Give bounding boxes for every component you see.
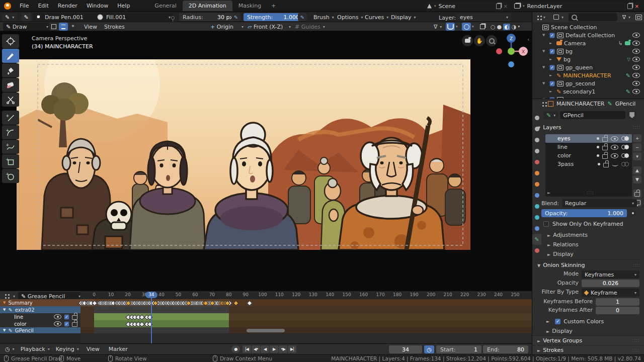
stroke-placement-dropdown[interactable]: + Origin▾ (207, 23, 247, 31)
expander-icon[interactable]: ► (549, 41, 554, 45)
new-collection-icon[interactable] (635, 15, 642, 20)
snap-dropdown[interactable]: ▾ (456, 25, 458, 29)
expander-icon[interactable]: ▼ (542, 49, 547, 53)
duplicate-layer-icon[interactable] (627, 4, 632, 9)
frame-start-field[interactable]: Start:1 (436, 345, 481, 353)
properties-tab-particles[interactable] (532, 201, 541, 212)
tool-circle-button[interactable]: + (2, 169, 19, 183)
expander-icon[interactable]: ▼ (3, 328, 6, 332)
layer-specials-button[interactable]: ▾ (633, 152, 641, 160)
jump-to-end-button[interactable]: ▶| (288, 345, 296, 353)
collection-checkbox[interactable]: ✓ (550, 49, 555, 54)
onion-skin-icon[interactable] (621, 162, 629, 166)
tool-box-button[interactable]: + (2, 154, 19, 168)
layer-visibility-icon[interactable] (611, 153, 618, 158)
overlays-toggle-button[interactable] (478, 23, 487, 31)
outliner-row[interactable]: ►Camera↳ (532, 39, 644, 47)
shading-rendered-icon[interactable]: ◑ (512, 24, 517, 30)
use-preview-range-button[interactable]: ◷ (424, 345, 434, 353)
playback-menu[interactable]: Playback▾ (18, 345, 53, 353)
visibility-eye-icon[interactable] (632, 33, 640, 38)
lock-icon[interactable] (602, 146, 608, 150)
lock-others-button[interactable] (633, 190, 641, 198)
keyframes-before-field[interactable]: 1 (596, 298, 639, 306)
tool-cutter-button[interactable] (2, 93, 19, 107)
list-expand-arrow[interactable]: ► (547, 191, 550, 195)
guides-dropdown[interactable]: # Guides▾ (292, 23, 328, 31)
outliner-search-input[interactable] (569, 13, 617, 21)
expander-icon[interactable]: ► (549, 73, 554, 77)
strokes-panel[interactable]: ►Strokes:::: (532, 345, 644, 354)
visibility-eye-icon[interactable] (632, 41, 640, 46)
shading-dropdown[interactable]: ▾ (518, 25, 520, 29)
remove-layer-button[interactable]: − (633, 143, 641, 151)
tab-add-button[interactable]: + (267, 1, 280, 11)
remove-layer-icon[interactable]: × (635, 4, 639, 9)
visibility-eye-icon[interactable] (632, 49, 640, 54)
brush-icon-button[interactable]: ✎ (21, 13, 31, 21)
horizontal-scrollbar[interactable] (247, 329, 285, 332)
move-layer-down-button[interactable]: ▼ (633, 175, 641, 184)
outliner-row[interactable]: ▼✓gp_second (532, 79, 644, 87)
next-keyframe-button[interactable]: •▶ (279, 345, 287, 353)
subpanel-adjustments[interactable]: ►Adjustments (547, 232, 588, 238)
tab-general[interactable]: General (148, 1, 182, 11)
shading-wireframe-icon[interactable]: ○ (491, 24, 496, 30)
tl-view-menu[interactable]: View (82, 346, 104, 352)
menu-help[interactable]: Help (113, 3, 134, 9)
prev-keyframe-button[interactable]: ◀• (252, 345, 260, 353)
tool-draw-button[interactable] (2, 49, 19, 63)
frame-end-field[interactable]: End:80 (483, 345, 528, 353)
onion-opacity-field[interactable]: 0.026 (582, 280, 639, 287)
outliner-row[interactable]: ►✎MAINCHARACTER✎ (532, 71, 644, 79)
visibility-eye-icon[interactable] (632, 57, 640, 62)
duplicate-scene-icon[interactable] (496, 4, 501, 9)
layer-opacity-slider[interactable]: Opacity: 1.000 (541, 209, 627, 217)
channel-lock-icon[interactable] (72, 322, 77, 327)
current-frame-indicator[interactable]: 34 (145, 292, 157, 298)
channel-visibility-icon[interactable] (54, 321, 61, 326)
tool-erase-button[interactable] (2, 78, 19, 92)
properties-tab-output[interactable] (532, 134, 541, 145)
layer-visibility-icon[interactable] (612, 162, 618, 166)
camera-view-button[interactable] (462, 35, 473, 46)
tab-2d-animation[interactable]: 2D Animation (183, 1, 232, 11)
channel-enable-checkbox[interactable]: ✓ (64, 321, 69, 326)
outliner-row[interactable]: ▼✓bg (532, 47, 644, 55)
viewport-canvas[interactable] (17, 59, 470, 250)
layer-row-3pass[interactable]: 3pass (545, 160, 632, 168)
visibility-eye-icon[interactable] (632, 81, 640, 86)
tab-masking[interactable]: Masking (232, 1, 267, 11)
layers-panel-header[interactable]: ▼Layers :::: (537, 124, 640, 131)
outliner-filter-dropdown[interactable]: ∇▾ (619, 13, 633, 21)
layer-dropdown[interactable]: eyes▾ (457, 13, 511, 21)
radius-pressure-button[interactable]: ✎ (231, 13, 240, 21)
drawing-plane-dropdown[interactable]: ▱ Front (X-Z)▾ (245, 23, 294, 31)
pin-material-icon[interactable] (171, 16, 175, 20)
mode-dropdown[interactable]: ✎ Draw▾ (3, 23, 51, 31)
channel-enable-checkbox[interactable]: ✓ (64, 314, 69, 319)
show-only-keyframed-row[interactable]: Show Only On Keyframed (543, 221, 623, 227)
play-button[interactable]: ▶ (270, 345, 278, 353)
properties-tab-modifiers[interactable] (532, 190, 541, 201)
expander-icon[interactable]: ▼ (3, 308, 6, 312)
checkbox-icon[interactable] (543, 221, 549, 227)
brush-name-field[interactable]: Draw Pen.001 (33, 13, 98, 21)
play-reverse-button[interactable]: ◀ (261, 345, 269, 353)
menu-render[interactable]: Render (53, 3, 82, 9)
outliner-row[interactable]: ►✎secondary1✎ (532, 87, 644, 96)
strength-slider[interactable]: Strength: 1.000 (244, 13, 303, 21)
object-visibility-dropdown[interactable]: ∇▾ (431, 23, 445, 31)
render-layer-selector[interactable]: ▾ RenderLayer × (512, 2, 641, 11)
subpanel-relations[interactable]: ►Relations (547, 241, 579, 248)
visibility-eye-icon[interactable] (632, 89, 640, 94)
close-scene-icon[interactable]: × (504, 4, 508, 9)
scene-selector[interactable]: ▾ Scene × (425, 2, 510, 11)
onion-filter-dropdown[interactable]: Keyframe▾ (582, 289, 639, 297)
custom-colors-checkbox[interactable]: ✓ (555, 319, 560, 324)
collection-checkbox[interactable]: ✓ (550, 81, 555, 86)
properties-tab-scene[interactable] (532, 156, 541, 167)
options-menu[interactable]: Options▾ (334, 13, 366, 21)
blender-logo-icon[interactable] (4, 3, 11, 10)
placement-toggle-button[interactable] (49, 23, 58, 31)
